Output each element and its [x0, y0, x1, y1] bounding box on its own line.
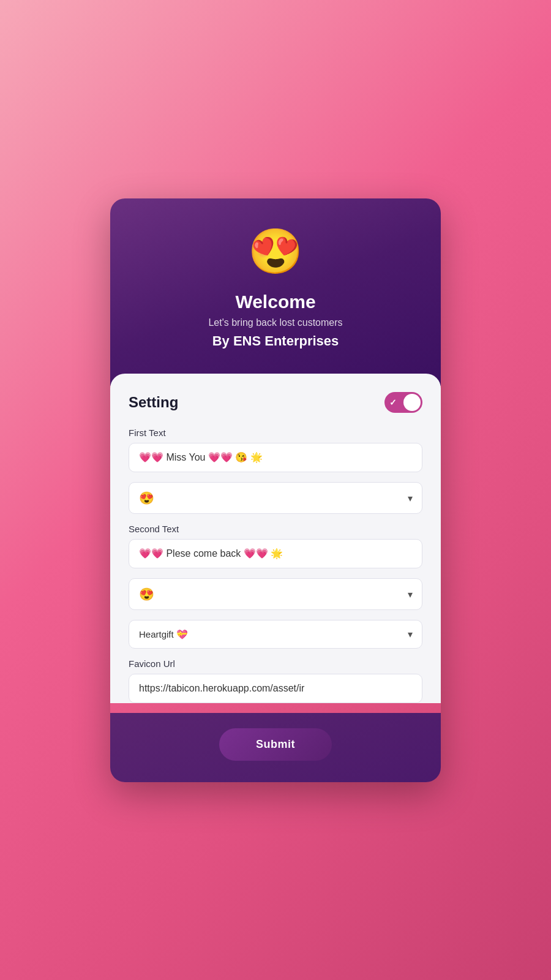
first-text-group: First Text	[129, 428, 422, 472]
gift-select-wrapper: Heartgift 💝 Lovegift 💖 Stargift ⭐ ▾	[129, 620, 422, 649]
favicon-label: Favicon Url	[129, 658, 422, 669]
toggle-check-icon: ✓	[389, 398, 397, 407]
welcome-brand: By ENS Enterprises	[135, 333, 416, 349]
main-card: 😍 Welcome Let's bring back lost customer…	[110, 198, 441, 782]
gift-select[interactable]: Heartgift 💝 Lovegift 💖 Stargift ⭐	[129, 620, 422, 649]
setting-title: Setting	[129, 394, 178, 411]
first-emoji-select[interactable]: 😍 😘 🥰	[129, 482, 422, 514]
header-emoji: 😍	[135, 229, 416, 273]
second-emoji-select-wrapper: 😍 😘 🥰 ▾	[129, 578, 422, 610]
second-text-label: Second Text	[129, 524, 422, 534]
submit-button[interactable]: Submit	[219, 728, 332, 761]
first-text-input[interactable]	[129, 443, 422, 472]
welcome-subtitle: Let's bring back lost customers	[135, 317, 416, 328]
toggle-thumb	[403, 394, 421, 411]
first-text-label: First Text	[129, 428, 422, 438]
setting-header: Setting ✓	[129, 392, 422, 413]
enable-toggle[interactable]: ✓	[384, 392, 422, 413]
favicon-input[interactable]	[129, 674, 422, 703]
card-header: 😍 Welcome Let's bring back lost customer…	[110, 198, 441, 386]
second-emoji-select[interactable]: 😍 😘 🥰	[129, 578, 422, 610]
card-body: Setting ✓ First Text 😍 😘 🥰 ▾ Second Text	[110, 374, 441, 703]
second-text-input[interactable]	[129, 539, 422, 568]
second-text-group: Second Text	[129, 524, 422, 568]
first-emoji-select-wrapper: 😍 😘 🥰 ▾	[129, 482, 422, 514]
favicon-group: Favicon Url	[129, 658, 422, 703]
welcome-title: Welcome	[135, 292, 416, 312]
toggle-track[interactable]: ✓	[384, 392, 422, 413]
card-footer: Submit	[110, 713, 441, 782]
